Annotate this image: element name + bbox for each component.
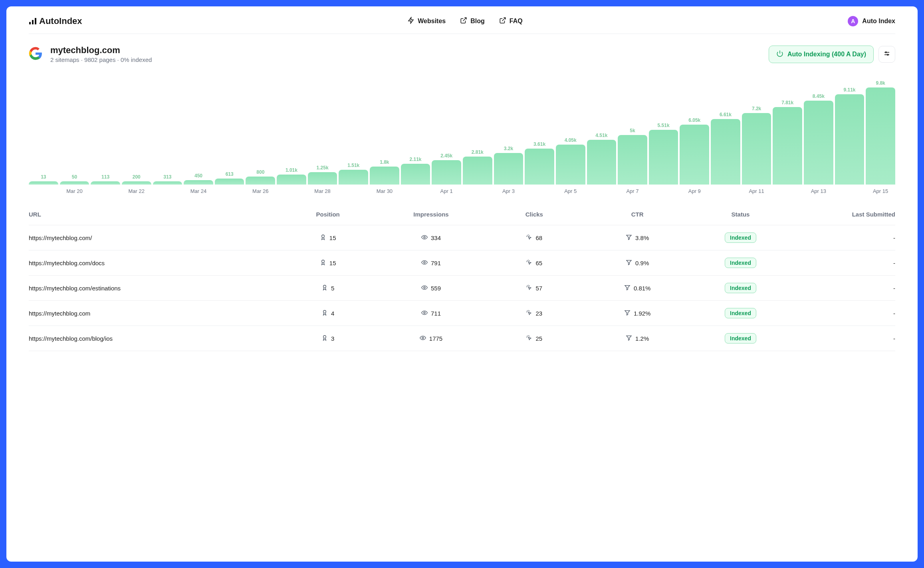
brand: AutoIndex <box>29 16 82 26</box>
chart-bar[interactable]: 1.01k <box>277 167 306 185</box>
svg-line-4 <box>502 18 505 21</box>
table-body: https://mytechblog.com/ 15 334 68 3.8% I… <box>29 225 895 351</box>
x-tick: Apr 13 <box>804 188 833 194</box>
chart-bar[interactable]: 1.8k <box>370 159 399 185</box>
chart-bar[interactable]: 4.05k <box>556 137 585 185</box>
x-tick: Mar 20 <box>60 188 89 194</box>
medal-icon <box>321 335 328 342</box>
bar <box>308 172 337 185</box>
svg-point-22 <box>323 336 326 338</box>
svg-point-16 <box>323 285 326 288</box>
th-impressions: Impressions <box>379 211 482 218</box>
table-row[interactable]: https://mytechblog.com 4 711 23 1.92% In… <box>29 301 895 326</box>
cursor-click-icon <box>526 234 532 242</box>
td-impressions: 711 <box>379 310 482 317</box>
svg-marker-24 <box>627 336 631 340</box>
chart-bar[interactable]: 313 <box>153 174 182 185</box>
table-row[interactable]: https://mytechblog.com/blog/ios 3 1775 2… <box>29 326 895 351</box>
bar <box>339 170 368 185</box>
chart-bar[interactable]: 9.8k <box>866 80 895 185</box>
x-tick: Mar 24 <box>184 188 213 194</box>
nav-blog[interactable]: Blog <box>460 17 485 26</box>
table-row[interactable]: https://mytechblog.com/estinations 5 559… <box>29 276 895 301</box>
chart-bar[interactable]: 6.61k <box>711 112 740 185</box>
td-clicks: 23 <box>483 310 586 317</box>
svg-point-11 <box>424 236 425 238</box>
chart-bar[interactable]: 7.81k <box>773 100 802 185</box>
chart-bar[interactable]: 50 <box>60 174 89 185</box>
th-status: Status <box>689 211 792 218</box>
cursor-click-icon <box>526 284 532 292</box>
th-clicks: Clicks <box>483 211 586 218</box>
url-table: URL Position Impressions Clicks CTR Stat… <box>29 204 895 351</box>
svg-point-19 <box>323 310 326 313</box>
chart-bar[interactable]: 3.2k <box>494 146 523 185</box>
nav-faq-label: FAQ <box>510 18 523 25</box>
status-badge: Indexed <box>725 333 756 344</box>
bar <box>711 119 740 185</box>
bar-value-label: 7.2k <box>752 106 761 111</box>
bar <box>246 177 275 185</box>
bar <box>587 140 617 185</box>
funnel-icon <box>626 335 632 342</box>
status-badge: Indexed <box>725 258 756 268</box>
chart-bar[interactable]: 200 <box>122 174 151 185</box>
chart-bar[interactable]: 7.2k <box>742 106 771 185</box>
topbar: AutoIndex Websites Blog FAQ A Auto Index <box>29 16 895 34</box>
chart-bar[interactable]: 1.51k <box>339 163 368 185</box>
bar <box>773 107 802 185</box>
chart-bar[interactable]: 5.51k <box>649 123 678 185</box>
bar <box>494 153 523 185</box>
bar-value-label: 2.11k <box>409 157 421 162</box>
cursor-click-icon <box>526 335 532 342</box>
chart-bar[interactable]: 6.05k <box>680 117 709 185</box>
chart-bar[interactable]: 13 <box>29 174 58 185</box>
bar-value-label: 6.61k <box>720 112 732 117</box>
status-badge: Indexed <box>725 232 756 243</box>
bar-value-label: 3.2k <box>504 146 513 151</box>
external-link-icon <box>460 17 467 26</box>
chart-bar[interactable]: 9.11k <box>835 87 865 185</box>
chart-bar[interactable]: 800 <box>246 169 275 185</box>
svg-point-10 <box>321 235 324 238</box>
auto-indexing-button[interactable]: Auto Indexing (400 A Day) <box>769 46 874 63</box>
sliders-icon <box>883 50 890 59</box>
chart-bar[interactable]: 8.45k <box>804 93 833 185</box>
table-row[interactable]: https://mytechblog.com/ 15 334 68 3.8% I… <box>29 225 895 250</box>
bar-value-label: 5k <box>630 128 635 133</box>
chart-bar[interactable]: 2.81k <box>463 149 492 185</box>
chart-bar[interactable]: 450 <box>184 173 213 185</box>
bar <box>153 181 182 185</box>
chart-bar[interactable]: 3.61k <box>525 141 554 185</box>
settings-button[interactable] <box>878 46 895 63</box>
th-url: URL <box>29 211 276 218</box>
user-menu[interactable]: A Auto Index <box>848 16 895 26</box>
bar <box>680 125 709 185</box>
chart-bar[interactable]: 113 <box>91 174 120 185</box>
x-tick: Apr 9 <box>680 188 709 194</box>
bar <box>835 94 865 185</box>
bar <box>866 87 895 185</box>
chart-bar[interactable]: 2.45k <box>432 153 461 185</box>
bar-value-label: 4.05k <box>565 137 577 143</box>
chart-bar[interactable]: 5k <box>618 128 647 185</box>
nav-websites[interactable]: Websites <box>407 17 446 26</box>
table-row[interactable]: https://mytechblog.com/docs 15 791 65 0.… <box>29 250 895 276</box>
chart-bar[interactable]: 1.25k <box>308 165 337 185</box>
nav-faq[interactable]: FAQ <box>499 17 523 26</box>
td-ctr: 0.9% <box>586 259 689 267</box>
td-url: https://mytechblog.com/blog/ios <box>29 335 276 342</box>
bar <box>401 164 430 185</box>
bar <box>556 145 585 185</box>
chart-bar[interactable]: 4.51k <box>587 133 617 185</box>
svg-point-23 <box>422 337 424 339</box>
x-tick: Apr 7 <box>618 188 647 194</box>
bar <box>463 157 492 185</box>
medal-icon <box>321 284 328 292</box>
x-tick: Mar 26 <box>246 188 275 194</box>
svg-marker-18 <box>625 285 630 290</box>
chart-bar[interactable]: 613 <box>215 171 244 185</box>
chart-bar[interactable]: 2.11k <box>401 157 430 185</box>
x-tick: Mar 30 <box>370 188 399 194</box>
bar <box>370 167 399 185</box>
